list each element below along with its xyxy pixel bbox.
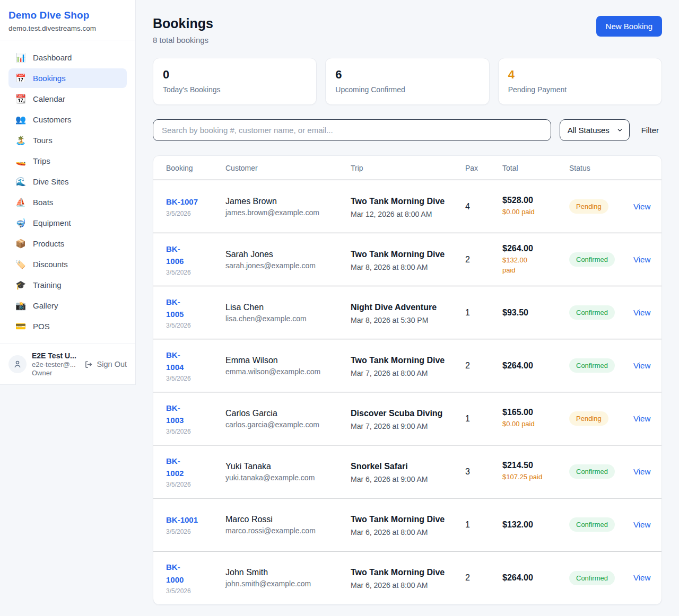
trip-cell: Snorkel Safari Mar 6, 2026 at 9:00 AM (351, 460, 465, 483)
status-badge: Confirmed (569, 305, 615, 320)
table-row: BK- 1002 3/5/2026 Yuki Tanaka yuki.tanak… (153, 445, 661, 498)
stat-card: 4 Pending Payment (498, 58, 662, 105)
sidebar-item-equipment[interactable]: 🤿 Equipment (8, 213, 127, 233)
customer-cell: Carlos Garcia carlos.garcia@example.com (225, 409, 351, 429)
booking-cell: BK- 1005 3/5/2026 (166, 296, 225, 330)
view-link[interactable]: View (633, 467, 650, 476)
table-header-row: Booking Customer Trip Pax Total Status (153, 156, 661, 180)
view-link[interactable]: View (633, 414, 650, 423)
sidebar-item-icon: 🤿 (15, 218, 27, 228)
view-link[interactable]: View (633, 202, 650, 211)
user-name: E2E Test U... (32, 351, 79, 360)
table-row: BK-1001 3/5/2026 Marco Rossi marco.rossi… (153, 498, 661, 551)
booking-id-link[interactable]: BK- 1002 (166, 455, 184, 480)
booking-date: 3/5/2026 (166, 587, 216, 595)
pax-value: 1 (465, 414, 502, 424)
customer-name: Emma Wilson (225, 356, 341, 365)
stat-value: 6 (335, 68, 479, 82)
sidebar-item-dashboard[interactable]: 📊 Dashboard (8, 48, 127, 67)
paid-amount: $132.00 paid (502, 256, 560, 276)
sign-out-button[interactable]: Sign Out (84, 360, 127, 369)
view-link[interactable]: View (633, 255, 650, 264)
trip-datetime: Mar 6, 2026 at 8:00 AM (351, 528, 456, 536)
sidebar-item-dive-sites[interactable]: 🌊 Dive Sites (8, 172, 127, 191)
sidebar-item-pos[interactable]: 💳 POS (8, 316, 127, 336)
booking-cell: BK- 1006 3/5/2026 (166, 243, 225, 277)
new-booking-button[interactable]: New Booking (596, 16, 662, 37)
trip-cell: Night Dive Adventure Mar 8, 2026 at 5:30… (351, 301, 465, 324)
status-cell: Pending (569, 411, 633, 426)
pax-value: 2 (465, 573, 502, 583)
customer-cell: Marco Rossi marco.rossi@example.com (225, 515, 351, 535)
sidebar-item-icon: 🏝️ (15, 135, 27, 145)
avatar (8, 355, 27, 373)
sidebar-item-label: Training (33, 280, 62, 289)
pax-value: 1 (465, 308, 502, 318)
trip-name: Two Tank Morning Dive (351, 513, 456, 526)
trip-cell: Two Tank Morning Dive Mar 6, 2026 at 8:0… (351, 566, 465, 589)
booking-id-link[interactable]: BK- 1000 (166, 561, 184, 586)
trip-datetime: Mar 7, 2026 at 8:00 AM (351, 369, 456, 377)
trip-cell: Two Tank Morning Dive Mar 12, 2026 at 8:… (351, 195, 465, 218)
sidebar-item-bookings[interactable]: 📅 Bookings (8, 68, 127, 88)
main-content: Bookings 8 total bookings New Booking 0 … (136, 0, 679, 616)
table-row: BK- 1005 3/5/2026 Lisa Chen lisa.chen@ex… (153, 286, 661, 339)
status-badge: Confirmed (569, 252, 615, 267)
booking-id-link[interactable]: BK- 1004 (166, 349, 184, 374)
booking-date: 3/5/2026 (166, 481, 216, 488)
trip-cell: Discover Scuba Diving Mar 7, 2026 at 9:0… (351, 407, 465, 430)
status-filter-select[interactable]: All Statuses (560, 119, 630, 141)
sidebar-item-label: Tours (33, 136, 53, 145)
sidebar-item-gallery[interactable]: 📸 Gallery (8, 296, 127, 315)
booking-id-link[interactable]: BK- 1006 (166, 243, 184, 268)
view-link[interactable]: View (633, 308, 650, 317)
table-row: BK-1007 3/5/2026 James Brown james.brown… (153, 180, 661, 233)
total-amount: $214.50 (502, 461, 560, 470)
sidebar-nav: 📊 Dashboard 📅 Bookings 📆 Calendar 👥 Cust… (0, 40, 135, 344)
trip-name: Discover Scuba Diving (351, 407, 456, 420)
sidebar-item-label: Discounts (33, 260, 68, 269)
app-root: Demo Dive Shop demo.test.divestreams.com… (0, 0, 679, 616)
view-link[interactable]: View (633, 520, 650, 529)
actions-cell: View (633, 202, 649, 212)
trip-cell: Two Tank Morning Dive Mar 8, 2026 at 8:0… (351, 248, 465, 271)
booking-id-link[interactable]: BK-1007 (166, 196, 198, 208)
stat-card: 0 Today's Bookings (153, 58, 317, 105)
sidebar-item-products[interactable]: 📦 Products (8, 234, 127, 253)
sidebar-item-boats[interactable]: ⛵ Boats (8, 192, 127, 212)
sidebar-item-label: Dive Sites (33, 177, 69, 186)
filter-button[interactable]: Filter (638, 126, 662, 135)
booking-date: 3/5/2026 (166, 322, 216, 329)
table-row: BK- 1006 3/5/2026 Sarah Jones sarah.jone… (153, 233, 661, 286)
total-cell: $264.00 (502, 573, 569, 583)
sidebar-item-customers[interactable]: 👥 Customers (8, 110, 127, 129)
stat-card: 6 Upcoming Confirmed (325, 58, 489, 105)
total-cell: $528.00 $0.00 paid (502, 196, 569, 217)
sidebar-item-label: Equipment (33, 218, 71, 227)
sidebar-item-discounts[interactable]: 🏷️ Discounts (8, 254, 127, 274)
booking-id-link[interactable]: BK-1001 (166, 514, 198, 526)
stat-label: Today's Bookings (163, 85, 307, 94)
trip-name: Night Dive Adventure (351, 301, 456, 314)
sidebar-item-tours[interactable]: 🏝️ Tours (8, 130, 127, 150)
sidebar-item-label: POS (33, 322, 50, 331)
booking-cell: BK- 1003 3/5/2026 (166, 402, 225, 436)
view-link[interactable]: View (633, 573, 650, 582)
booking-id-link[interactable]: BK- 1005 (166, 296, 184, 321)
booking-date: 3/5/2026 (166, 210, 216, 217)
customer-email: carlos.garcia@example.com (225, 420, 341, 429)
actions-cell: View (633, 520, 649, 530)
customer-name: John Smith (225, 568, 341, 577)
shop-title: Demo Dive Shop (8, 10, 127, 21)
sidebar-footer: E2E Test U... e2e-tester@... Owner Sign … (0, 344, 135, 384)
table-row: BK- 1000 3/5/2026 John Smith john.smith@… (153, 551, 661, 604)
sidebar-item-calendar[interactable]: 📆 Calendar (8, 89, 127, 109)
booking-id-link[interactable]: BK- 1003 (166, 402, 184, 427)
sidebar-item-icon: 📊 (15, 52, 27, 63)
pax-value: 2 (465, 255, 502, 265)
view-link[interactable]: View (633, 361, 650, 370)
sidebar-item-training[interactable]: 🎓 Training (8, 275, 127, 295)
status-cell: Confirmed (569, 252, 633, 267)
search-input[interactable] (153, 119, 551, 141)
sidebar-item-trips[interactable]: 🚤 Trips (8, 151, 127, 171)
